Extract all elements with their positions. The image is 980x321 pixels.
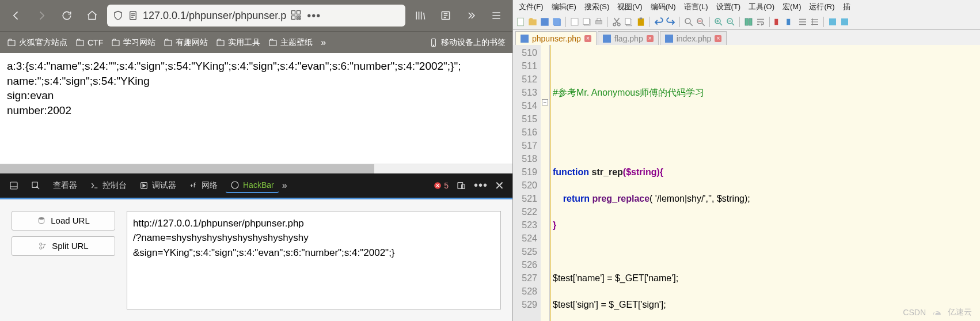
bookmark-item[interactable]: 学习网站	[111, 37, 155, 48]
error-indicator[interactable]: 5	[434, 181, 449, 190]
shield-icon	[113, 10, 123, 21]
devtools-more-icon[interactable]: »	[282, 180, 287, 191]
tab-close-icon[interactable]: ×	[584, 35, 591, 42]
zoom-in-icon[interactable]	[713, 17, 724, 27]
svg-rect-3	[292, 16, 295, 20]
editor-toolbar	[513, 14, 980, 30]
toolbar-icon[interactable]	[840, 17, 850, 27]
menu-item[interactable]: 工具(O)	[745, 1, 778, 13]
menu-item[interactable]: 插	[840, 1, 854, 13]
svg-rect-11	[112, 40, 119, 46]
toolbar-icon[interactable]	[773, 17, 784, 27]
forward-button[interactable]	[31, 5, 52, 26]
menu-item[interactable]: 设置(T)	[713, 1, 745, 13]
url-bar[interactable]: 127.0.0.1/phpunser/phpunser.p •••	[107, 5, 405, 27]
file-tab[interactable]: flag.php×	[598, 31, 659, 45]
toolbar-icon[interactable]	[810, 17, 820, 27]
load-url-button[interactable]: Load URL	[12, 211, 115, 231]
print-icon[interactable]	[594, 17, 604, 27]
menu-icon[interactable]	[486, 5, 507, 26]
tab-close-icon[interactable]: ×	[715, 35, 721, 42]
new-file-icon[interactable]	[515, 17, 526, 27]
open-file-icon[interactable]	[527, 17, 538, 27]
back-button[interactable]	[6, 5, 26, 26]
menu-item[interactable]: 编码(N)	[647, 1, 679, 13]
undo-icon[interactable]	[654, 17, 664, 27]
svg-rect-40	[638, 18, 644, 26]
wrap-icon[interactable]	[755, 17, 766, 27]
overflow-icon[interactable]	[461, 5, 481, 26]
bookmark-item[interactable]: 主题壁纸	[268, 37, 313, 48]
close-icon[interactable]	[569, 17, 580, 27]
menu-item[interactable]: 文件(F)	[515, 1, 547, 13]
bookmark-item[interactable]: 实用工具	[216, 37, 260, 48]
menu-item[interactable]: 语言(L)	[681, 1, 712, 13]
mobile-bookmarks[interactable]: 移动设备上的书签	[429, 37, 506, 48]
svg-rect-22	[458, 182, 463, 188]
code-line: #参考Mr. Anonymous师傅的代码学习	[553, 86, 975, 99]
dock-icon[interactable]	[5, 179, 23, 192]
network-tab[interactable]: 网络	[184, 178, 222, 193]
toolbar-icon[interactable]	[785, 17, 796, 27]
redo-icon[interactable]	[666, 17, 676, 27]
code-content[interactable]: #参考Mr. Anonymous师傅的代码学习 function str_rep…	[550, 45, 980, 321]
browser-window: 127.0.0.1/phpunser/phpunser.p ••• 火狐官方站点…	[0, 0, 512, 321]
bookmarks-more-icon[interactable]: »	[321, 37, 326, 48]
qr-icon[interactable]	[291, 10, 302, 21]
replace-icon[interactable]	[696, 17, 706, 27]
hackbar-tab[interactable]: HackBar	[226, 178, 279, 193]
toolbar-icon[interactable]	[797, 17, 808, 27]
menu-item[interactable]: 运行(R)	[806, 1, 838, 13]
toolbar-icon[interactable]	[827, 17, 838, 27]
bookmark-item[interactable]: CTF	[75, 38, 103, 47]
editor-menubar: 文件(F) 编辑(E) 搜索(S) 视图(V) 编码(N) 语言(L) 设置(T…	[513, 0, 980, 14]
debugger-tab[interactable]: 调试器	[135, 178, 181, 193]
zoom-out-icon[interactable]	[725, 17, 736, 27]
inspector-tab[interactable]: 查看器	[48, 178, 82, 193]
code-area[interactable]: 5105115125135145155165175185195205215225…	[513, 45, 980, 321]
menu-item[interactable]: 视图(V)	[614, 1, 645, 13]
fold-marker-icon[interactable]: −	[542, 99, 548, 105]
svg-rect-33	[583, 18, 590, 25]
devtools-tabs: 查看器 控制台 调试器 网络 HackBar » 5 ••• ✕	[0, 173, 512, 198]
file-tab-active[interactable]: phpunser.php×	[515, 31, 597, 45]
url-more-icon[interactable]: •••	[307, 9, 321, 22]
find-icon[interactable]	[683, 17, 694, 27]
paste-icon[interactable]	[636, 17, 646, 27]
reader-icon[interactable]	[435, 5, 456, 26]
svg-point-37	[618, 23, 621, 26]
horizontal-scrollbar[interactable]	[0, 164, 512, 173]
bookmark-item[interactable]: 火狐官方站点	[7, 37, 67, 48]
svg-point-26	[40, 247, 42, 249]
svg-rect-4	[297, 16, 298, 17]
save-icon[interactable]	[540, 17, 550, 27]
sync-icon[interactable]	[743, 17, 754, 27]
svg-rect-10	[77, 40, 83, 46]
svg-rect-35	[597, 18, 601, 21]
save-all-icon[interactable]	[552, 17, 562, 27]
split-url-button[interactable]: Split URL	[12, 236, 115, 256]
svg-point-16	[433, 45, 434, 46]
hackbar-url-input[interactable]	[127, 211, 501, 310]
svg-point-42	[685, 18, 690, 24]
svg-rect-12	[165, 40, 172, 46]
console-tab[interactable]: 控制台	[85, 178, 131, 193]
picker-icon[interactable]	[26, 179, 45, 192]
cut-icon[interactable]	[611, 17, 622, 27]
file-tab[interactable]: index.php×	[660, 31, 727, 45]
devtools-menu-icon[interactable]: •••	[474, 179, 488, 192]
menu-item[interactable]: 编辑(E)	[548, 1, 580, 13]
menu-item[interactable]: 宏(M)	[779, 1, 805, 13]
tab-close-icon[interactable]: ×	[647, 35, 654, 42]
responsive-icon[interactable]	[452, 179, 470, 192]
svg-rect-39	[625, 18, 630, 25]
menu-item[interactable]: 搜索(S)	[581, 1, 613, 13]
bookmark-item[interactable]: 有趣网站	[164, 37, 208, 48]
library-icon[interactable]	[410, 5, 431, 26]
home-button[interactable]	[82, 5, 102, 26]
close-all-icon[interactable]	[582, 17, 592, 27]
copy-icon[interactable]	[624, 17, 634, 27]
reload-button[interactable]	[56, 5, 77, 26]
disk-icon	[521, 35, 529, 43]
devtools-close-button[interactable]: ✕	[491, 179, 508, 192]
